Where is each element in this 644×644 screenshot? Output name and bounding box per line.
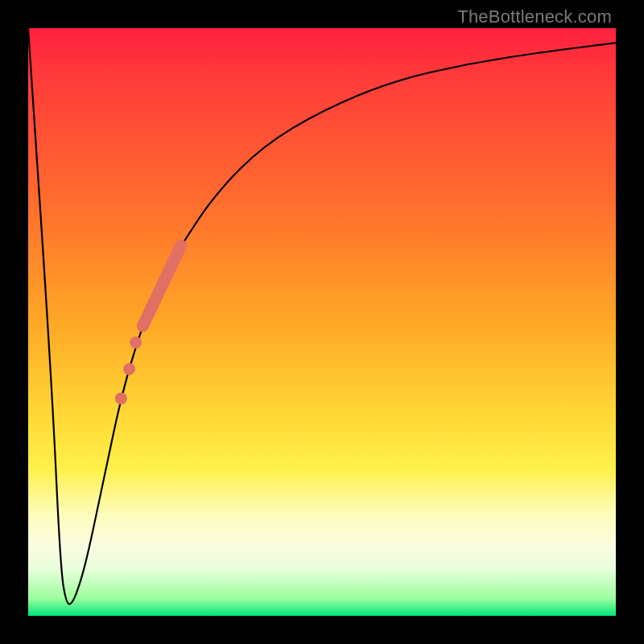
curve-layer [28,28,616,616]
highlight-point [115,392,127,404]
bottleneck-curve [28,28,616,604]
highlight-point [130,336,142,349]
plot-area [28,28,616,616]
highlight-points [115,336,142,404]
chart-frame: TheBottleneck.com [0,0,644,644]
watermark-text: TheBottleneck.com [457,6,612,27]
highlight-point [123,363,135,375]
highlight-segment [142,246,180,326]
